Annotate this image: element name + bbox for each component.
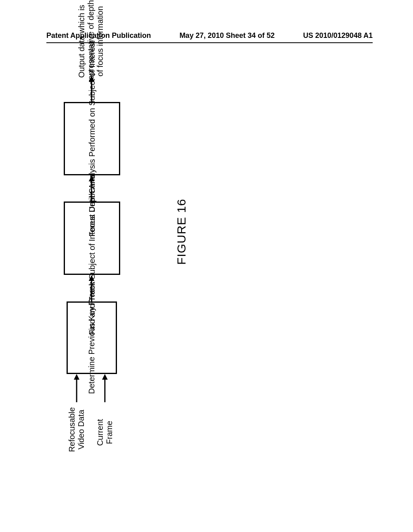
figure-content: Refocusable Video Data Current Frame Det… — [0, 56, 413, 499]
header-pub-number: US 2010/0129048 A1 — [303, 31, 373, 40]
header-date-sheet: May 27, 2010 Sheet 34 of 52 — [179, 31, 275, 40]
figure-caption: FIGURE 16 — [175, 191, 188, 272]
box-focus-depth-analysis: Focus Depth Analysis Performed on Subjec… — [64, 102, 120, 175]
page-header: Patent Application Publication May 27, 2… — [0, 31, 413, 43]
output-label: Output data which is representative of d… — [77, 0, 105, 88]
svg-marker-1 — [74, 374, 79, 380]
arrow-in1 — [73, 374, 81, 402]
svg-marker-3 — [102, 374, 108, 380]
input-current-frame: Current Frame — [96, 412, 114, 453]
arrow-in2 — [101, 374, 109, 402]
input-refocusable-video-data: Refocusable Video Data — [67, 405, 86, 454]
